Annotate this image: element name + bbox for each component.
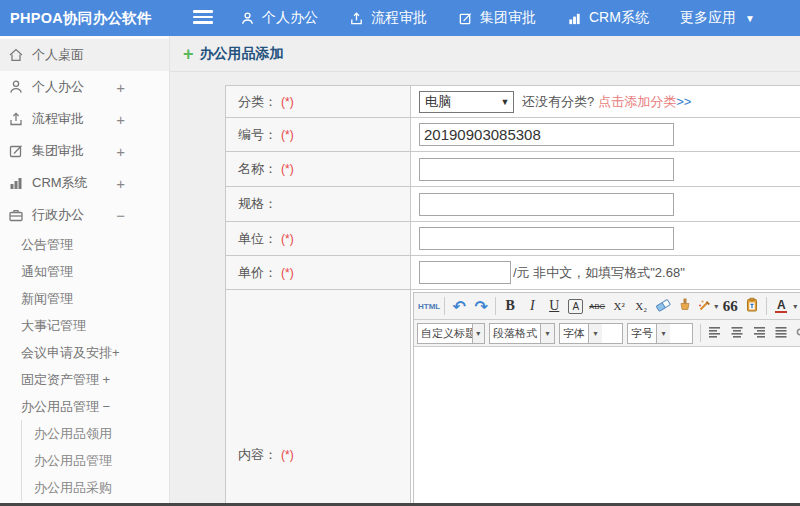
page-title-bar: + 办公用品添加 bbox=[170, 36, 800, 72]
clipboard-icon bbox=[744, 297, 760, 316]
sidebar-item-supplies-manage[interactable]: 办公用品管理 bbox=[22, 447, 169, 474]
sidebar-item-office-supplies-mgmt[interactable]: 办公用品管理 − bbox=[0, 393, 169, 420]
align-left-button[interactable] bbox=[705, 323, 725, 344]
sidebar-item-label: 行政办公 bbox=[32, 206, 84, 224]
app-window: PHPOA协同办公软件 个人办公 流程审批 bbox=[0, 0, 800, 506]
required-mark: (*) bbox=[281, 95, 294, 109]
redo-button[interactable]: ↷ bbox=[471, 296, 491, 317]
html-source-button[interactable]: HTML bbox=[418, 296, 440, 317]
autotypeset-button[interactable]: A bbox=[568, 299, 583, 314]
field-value-content: HTML ↶ ↷ B I U A ABC X² X₂ bbox=[411, 290, 800, 503]
font-size-dropdown[interactable]: 字号 ▾ bbox=[627, 323, 693, 344]
sidebar-item-events-mgmt[interactable]: 大事记管理 bbox=[0, 312, 169, 339]
superscript-button[interactable]: X² bbox=[609, 296, 629, 317]
supply-add-form: 分类： (*) 电脑 ▼ 还没有分类? 点击添加分类 >> 编号： (*) bbox=[225, 85, 800, 503]
expand-plus-icon[interactable]: + bbox=[116, 175, 125, 192]
sidebar-item-personal-desktop[interactable]: 个人桌面 bbox=[0, 39, 169, 71]
editor-content-area[interactable] bbox=[414, 347, 800, 503]
expand-plus-icon[interactable]: + bbox=[116, 111, 125, 128]
nav-more-apps[interactable]: 更多应用 ▼ bbox=[680, 9, 755, 27]
blockquote-button[interactable]: 66 bbox=[720, 296, 740, 317]
expand-plus-icon[interactable]: + bbox=[116, 79, 125, 96]
sidebar-item-supplies-purchase[interactable]: 办公用品采购 bbox=[22, 474, 169, 501]
spec-input[interactable] bbox=[419, 193, 674, 216]
nav-crm-system[interactable]: CRM系统 bbox=[567, 9, 649, 27]
strikethrough-button[interactable]: ABC bbox=[587, 296, 607, 317]
align-center-button[interactable] bbox=[727, 323, 747, 344]
person-icon bbox=[8, 79, 24, 95]
justify-icon bbox=[773, 324, 789, 343]
code-input[interactable] bbox=[419, 123, 674, 146]
page-title: 办公用品添加 bbox=[200, 45, 284, 63]
caret-down-icon: ▾ bbox=[588, 324, 602, 343]
sidebar-item-label: 通知管理 bbox=[21, 263, 73, 281]
sidebar-item-meeting-mgmt[interactable]: 会议申请及安排+ bbox=[0, 339, 169, 366]
font-color-button[interactable]: A bbox=[771, 296, 791, 317]
sidebar-item-notice-mgmt[interactable]: 通知管理 bbox=[0, 258, 169, 285]
sidebar-item-news-mgmt[interactable]: 新闻管理 bbox=[0, 285, 169, 312]
italic-button[interactable]: I bbox=[522, 296, 542, 317]
sidebar-item-label: 个人办公 bbox=[32, 78, 84, 96]
field-label-unit: 单位： (*) bbox=[226, 222, 411, 256]
sidebar-item-crm-system[interactable]: CRM系统 + bbox=[0, 167, 169, 199]
autotypeset-brush-button[interactable]: ▾ bbox=[697, 296, 718, 317]
font-family-dropdown[interactable]: 字体 ▾ bbox=[559, 323, 623, 344]
add-category-link[interactable]: 点击添加分类 bbox=[598, 93, 676, 111]
add-category-link-arrows[interactable]: >> bbox=[676, 94, 691, 109]
custom-title-dropdown[interactable]: 自定义标题 ▾ bbox=[417, 323, 485, 344]
sidebar-item-announcement-mgmt[interactable]: 公告管理 bbox=[0, 231, 169, 258]
sidebar-item-personal-office[interactable]: 个人办公 + bbox=[0, 71, 169, 103]
collapse-minus-icon[interactable]: − bbox=[116, 207, 125, 224]
sidebar-item-supplies-claim[interactable]: 办公用品领用 bbox=[22, 420, 169, 447]
undo-button[interactable]: ↶ bbox=[449, 296, 469, 317]
sidebar-item-label: 办公用品采购 bbox=[34, 479, 112, 497]
bold-button[interactable]: B bbox=[500, 296, 520, 317]
sidebar-item-label: CRM系统 bbox=[32, 174, 88, 192]
rich-text-editor: HTML ↶ ↷ B I U A ABC X² X₂ bbox=[413, 292, 800, 503]
field-value-spec bbox=[411, 187, 800, 222]
nav-workflow-approval[interactable]: 流程审批 bbox=[349, 9, 427, 27]
category-select[interactable]: 电脑 ▼ bbox=[419, 91, 514, 113]
toolbar-separator bbox=[444, 297, 445, 315]
home-icon bbox=[8, 47, 24, 63]
sidebar-item-label: 个人桌面 bbox=[32, 46, 84, 64]
underline-button[interactable]: U bbox=[544, 296, 564, 317]
caret-down-icon: ▾ bbox=[656, 324, 670, 343]
nav-personal-office[interactable]: 个人办公 bbox=[240, 9, 318, 27]
sidebar-item-admin-office[interactable]: 行政办公 − bbox=[0, 199, 169, 231]
sidebar-item-label: 集团审批 bbox=[32, 142, 84, 160]
sidebar-item-group-approval[interactable]: 集团审批 + bbox=[0, 135, 169, 167]
align-left-icon bbox=[707, 324, 723, 343]
bar-chart-icon bbox=[8, 175, 24, 191]
align-right-button[interactable] bbox=[749, 323, 769, 344]
format-painter-button[interactable] bbox=[675, 296, 695, 317]
insert-link-button[interactable] bbox=[793, 323, 800, 344]
nav-group-approval[interactable]: 集团审批 bbox=[458, 9, 536, 27]
paragraph-format-dropdown[interactable]: 段落格式 ▾ bbox=[489, 323, 555, 344]
justify-button[interactable] bbox=[771, 323, 791, 344]
paste-plain-text-button[interactable] bbox=[742, 296, 762, 317]
unit-input[interactable] bbox=[419, 227, 674, 250]
subscript-button[interactable]: X₂ bbox=[631, 296, 651, 317]
link-icon bbox=[795, 324, 800, 343]
sidebar-item-fixed-assets-mgmt[interactable]: 固定资产管理 + bbox=[0, 366, 169, 393]
name-input[interactable] bbox=[419, 158, 674, 181]
field-value-name bbox=[411, 152, 800, 187]
magic-brush-icon bbox=[697, 297, 713, 316]
nav-label: 更多应用 bbox=[680, 9, 736, 27]
toolbar-separator bbox=[700, 324, 701, 342]
field-label-spec: 规格： bbox=[226, 187, 411, 222]
caret-down-icon: ▼ bbox=[745, 13, 755, 24]
sidebar-item-workflow-approval[interactable]: 流程审批 + bbox=[0, 103, 169, 135]
field-value-category: 电脑 ▼ 还没有分类? 点击添加分类 >> bbox=[411, 86, 800, 118]
eraser-button[interactable] bbox=[653, 296, 673, 317]
expand-plus-icon[interactable]: + bbox=[116, 143, 125, 160]
align-right-icon bbox=[751, 324, 767, 343]
share-up-icon bbox=[349, 11, 364, 26]
category-select-value: 电脑 bbox=[420, 93, 497, 111]
price-input[interactable] bbox=[419, 261, 511, 284]
app-logo: PHPOA协同办公软件 bbox=[10, 9, 152, 28]
menu-toggle-icon[interactable] bbox=[193, 10, 213, 26]
sidebar-item-label: 大事记管理 bbox=[21, 317, 86, 335]
sidebar-item-label: 办公用品领用 bbox=[34, 425, 112, 443]
